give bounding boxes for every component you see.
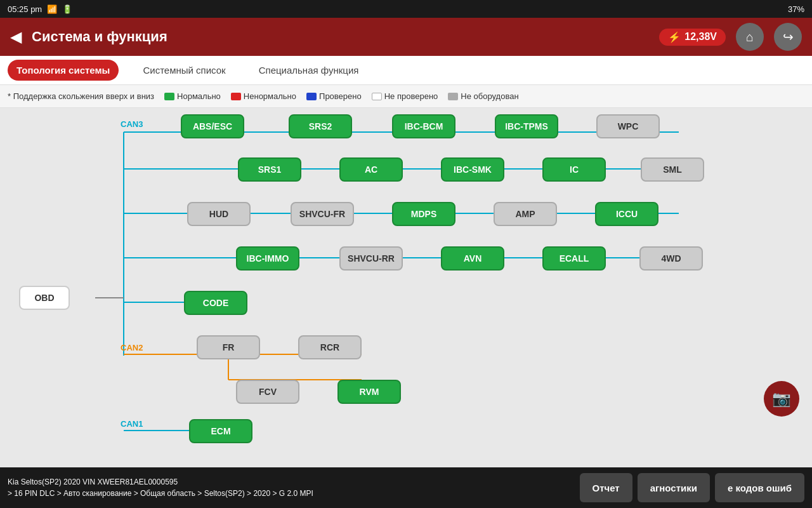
can2-label: CAN2 (121, 343, 143, 352)
node-ecm[interactable]: ECM (189, 419, 252, 443)
node-4wd[interactable]: 4WD (639, 246, 703, 271)
legend-checked: Проверено (306, 91, 362, 101)
legend-normal-label: Нормально (177, 91, 221, 101)
legend-gray-dot (448, 93, 458, 100)
node-ibc-smk[interactable]: IBC-SMK (441, 157, 504, 182)
diagnostics-button[interactable]: агностики (638, 473, 710, 502)
node-abs-esc[interactable]: ABS/ESC (181, 114, 244, 138)
node-ac[interactable]: AC (339, 157, 403, 182)
node-srs2[interactable]: SRS2 (289, 114, 352, 138)
legend-green-dot (164, 93, 174, 100)
topology-canvas: CAN3 CAN2 CAN1 ABS/ESC SRS2 IBC-BCM IBC-… (0, 108, 812, 467)
legend-red-dot (231, 93, 241, 100)
legend-unchecked-label: Не проверено (384, 91, 438, 101)
home-button[interactable]: ⌂ (736, 23, 764, 51)
status-left: 05:25 pm 📶 🔋 (8, 4, 72, 14)
lightning-icon: ⚡ (668, 31, 681, 43)
node-avn[interactable]: AVN (441, 246, 504, 271)
battery-percent: 37% (788, 4, 804, 14)
legend-not-equipped-label: Не оборудован (461, 91, 518, 101)
status-bar: 05:25 pm 📶 🔋 37% (0, 0, 812, 18)
node-ibc-immo[interactable]: IBC-IMMO (236, 246, 299, 271)
legend-white-dot (372, 93, 382, 100)
tabs: Топология системы Системный список Специ… (0, 56, 812, 85)
node-fr[interactable]: FR (197, 335, 260, 359)
node-obd[interactable]: OBD (19, 286, 70, 310)
node-shvcu-rr[interactable]: SHVCU-RR (339, 246, 403, 271)
report-button[interactable]: Отчет (580, 473, 632, 502)
legend-checked-label: Проверено (319, 91, 362, 101)
status-right: 37% (788, 4, 804, 14)
node-mdps[interactable]: MDPS (392, 202, 455, 226)
bottom-bar: Kia Seltos(SP2) 2020 VIN XWEER81AEL00005… (0, 467, 812, 508)
wifi-icon: 📶 (47, 4, 57, 14)
node-ecall[interactable]: ECALL (542, 246, 606, 271)
can3-label: CAN3 (121, 119, 143, 129)
legend-unchecked: Не проверено (372, 91, 438, 101)
legend-abnormal: Ненормально (231, 91, 296, 101)
vehicle-info-line1: Kia Seltos(SP2) 2020 VIN XWEER81AEL00005… (8, 476, 575, 488)
voltage-value: 12,38V (684, 31, 717, 43)
node-srs1[interactable]: SRS1 (238, 157, 301, 182)
legend-blue-dot (306, 93, 317, 100)
node-ibc-tpms[interactable]: IBC-TPMS (495, 114, 558, 138)
header: ◀ Система и функция ⚡ 12,38V ⌂ ↪ (0, 18, 812, 56)
legend-abnormal-label: Ненормально (244, 91, 296, 101)
signal-icon: 🔋 (62, 4, 72, 14)
vehicle-info-line2: > 16 PIN DLC > Авто сканирование > Общая… (8, 488, 575, 499)
exit-button[interactable]: ↪ (774, 23, 802, 51)
node-ibc-bcm[interactable]: IBC-BCM (392, 114, 455, 138)
node-sml[interactable]: SML (641, 157, 704, 182)
tab-topology[interactable]: Топология системы (8, 60, 119, 81)
node-fcv[interactable]: FCV (236, 380, 299, 404)
node-hud[interactable]: HUD (187, 202, 251, 226)
can1-label: CAN1 (121, 419, 143, 429)
legend-prefix: * Поддержка скольжения вверх и вниз (8, 91, 154, 101)
clear-codes-button[interactable]: е кодов ошиб (715, 473, 804, 502)
screenshot-button[interactable]: 📷 (764, 381, 799, 417)
legend-bar: * Поддержка скольжения вверх и вниз Норм… (0, 85, 812, 108)
legend-not-equipped: Не оборудован (448, 91, 518, 101)
node-wpc[interactable]: WPC (596, 114, 660, 138)
back-button[interactable]: ◀ (10, 28, 22, 46)
voltage-display: ⚡ 12,38V (659, 29, 726, 46)
node-rcr[interactable]: RCR (298, 335, 362, 359)
vehicle-info: Kia Seltos(SP2) 2020 VIN XWEER81AEL00005… (8, 476, 575, 499)
node-shvcu-fr[interactable]: SHVCU-FR (291, 202, 354, 226)
legend-normal: Нормально (164, 91, 221, 101)
page-title: Система и функция (32, 29, 649, 45)
node-iccu[interactable]: ICCU (595, 202, 658, 226)
status-time: 05:25 pm (8, 4, 42, 14)
node-ic[interactable]: IC (542, 157, 606, 182)
tab-system-list[interactable]: Системный список (134, 60, 234, 81)
node-code[interactable]: CODE (184, 291, 247, 315)
node-rvm[interactable]: RVM (337, 380, 401, 404)
tab-special-function[interactable]: Специальная функция (250, 60, 368, 81)
node-amp[interactable]: AMP (494, 202, 557, 226)
